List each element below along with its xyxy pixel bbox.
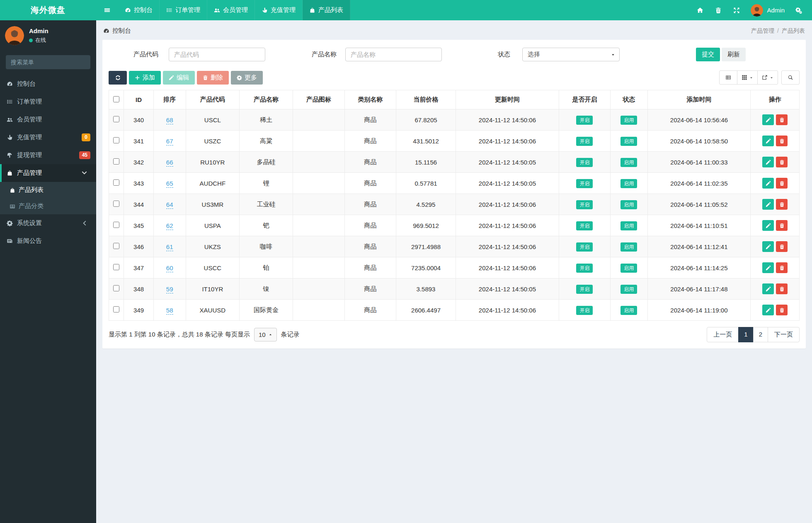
export-button[interactable] bbox=[757, 70, 778, 85]
row-checkbox[interactable] bbox=[113, 137, 119, 143]
sidebar-item-link[interactable]: 新闻公告 bbox=[0, 232, 96, 250]
delete-row-button[interactable] bbox=[776, 262, 788, 273]
cell-category: 商品 bbox=[344, 215, 396, 236]
delete-row-button[interactable] bbox=[776, 220, 788, 231]
name-filter-input[interactable] bbox=[345, 48, 442, 61]
page-size-select[interactable]: 10 bbox=[254, 328, 277, 341]
topnav-item[interactable]: 会员管理 bbox=[207, 0, 255, 20]
settings-nav-button[interactable] bbox=[790, 0, 808, 20]
sidebar-item-link[interactable]: 系统设置 bbox=[0, 214, 96, 232]
open-badge: 开启 bbox=[576, 200, 593, 209]
row-checkbox[interactable] bbox=[113, 201, 119, 207]
edit-row-button[interactable] bbox=[762, 114, 774, 125]
sort-editable-link[interactable]: 61 bbox=[166, 243, 173, 251]
sort-editable-link[interactable]: 60 bbox=[166, 264, 173, 272]
code-filter-input[interactable] bbox=[169, 48, 265, 61]
name-filter-label: 产品名称 bbox=[312, 51, 337, 58]
topnav: 控制台订单管理会员管理充值管理产品列表 bbox=[118, 0, 350, 20]
table-search-button[interactable] bbox=[781, 70, 800, 85]
status-select[interactable]: 选择 bbox=[522, 48, 620, 61]
row-checkbox[interactable] bbox=[113, 158, 119, 165]
sidebar-item-link[interactable]: 会员管理 bbox=[0, 111, 96, 128]
cell-code: AUDCHF bbox=[186, 173, 239, 194]
row-checkbox[interactable] bbox=[113, 116, 119, 122]
sidebar-toggle-button[interactable] bbox=[96, 0, 118, 20]
column-header: 产品名称 bbox=[239, 90, 293, 109]
brand[interactable]: 海外微盘 bbox=[0, 0, 96, 20]
sidebar-item: 新闻公告 bbox=[0, 232, 96, 250]
sort-editable-link[interactable]: 59 bbox=[166, 286, 173, 293]
sort-editable-link[interactable]: 62 bbox=[166, 222, 173, 230]
sidebar-subitem-link[interactable]: 产品分类 bbox=[0, 198, 96, 214]
cell-code: RU10YR bbox=[186, 152, 239, 173]
column-header: 排序 bbox=[153, 90, 186, 109]
sidebar-item-link[interactable]: 控制台 bbox=[0, 75, 96, 93]
next-page-button[interactable]: 下一页 bbox=[768, 327, 800, 342]
columns-button[interactable] bbox=[737, 70, 758, 85]
topnav-item[interactable]: 产品列表 bbox=[303, 0, 350, 20]
row-checkbox[interactable] bbox=[113, 285, 119, 291]
home-nav-button[interactable] bbox=[691, 0, 709, 20]
table-row: 34365AUDCHF锂商品0.577812024-11-12 14:50:05… bbox=[109, 173, 800, 194]
sidebar-item-link[interactable]: 提现管理45 bbox=[0, 146, 96, 164]
breadcrumb-parent[interactable]: 产品管理 bbox=[751, 27, 774, 35]
topnav-item[interactable]: 控制台 bbox=[118, 0, 160, 20]
delete-row-button[interactable] bbox=[776, 178, 788, 189]
edit-row-button[interactable] bbox=[762, 157, 774, 167]
sort-editable-link[interactable]: 67 bbox=[166, 138, 173, 145]
submit-button[interactable]: 提交 bbox=[696, 48, 720, 61]
row-checkbox[interactable] bbox=[113, 222, 119, 228]
refresh-table-button[interactable] bbox=[109, 71, 127, 85]
add-button[interactable]: 添加 bbox=[129, 71, 161, 85]
table-toolbar: 添加 编辑 删除 更多 bbox=[109, 70, 800, 85]
sidebar-item-link[interactable]: 产品管理 bbox=[0, 164, 96, 182]
row-checkbox[interactable] bbox=[113, 264, 119, 270]
edit-row-button[interactable] bbox=[762, 220, 774, 231]
delete-row-button[interactable] bbox=[776, 157, 788, 167]
user-menu[interactable]: Admin bbox=[746, 0, 790, 20]
sort-editable-link[interactable]: 68 bbox=[166, 116, 173, 124]
row-checkbox[interactable] bbox=[113, 179, 119, 186]
prev-page-button[interactable]: 上一页 bbox=[707, 327, 739, 342]
sort-editable-link[interactable]: 66 bbox=[166, 159, 173, 167]
edit-row-button[interactable] bbox=[762, 262, 774, 273]
sort-editable-link[interactable]: 58 bbox=[166, 307, 173, 315]
delete-row-button[interactable] bbox=[776, 136, 788, 146]
edit-row-button[interactable] bbox=[762, 199, 774, 210]
edit-row-button[interactable] bbox=[762, 241, 774, 252]
bag-icon bbox=[309, 7, 315, 13]
row-checkbox[interactable] bbox=[113, 243, 119, 249]
more-button[interactable]: 更多 bbox=[231, 71, 263, 85]
cell-updated: 2024-11-12 14:50:05 bbox=[456, 173, 559, 194]
column-header: 更新时间 bbox=[456, 90, 559, 109]
delete-row-button[interactable] bbox=[776, 305, 788, 315]
edit-row-button[interactable] bbox=[762, 136, 774, 146]
select-all-checkbox[interactable] bbox=[113, 96, 119, 102]
list-view-button[interactable] bbox=[719, 70, 737, 85]
trash-nav-button[interactable] bbox=[709, 0, 727, 20]
refresh-button[interactable]: 刷新 bbox=[722, 48, 746, 61]
topnav-item[interactable]: 充值管理 bbox=[255, 0, 303, 20]
sort-editable-link[interactable]: 64 bbox=[166, 201, 173, 209]
delete-row-button[interactable] bbox=[776, 199, 788, 210]
delete-button[interactable]: 删除 bbox=[197, 71, 229, 85]
edit-row-button[interactable] bbox=[762, 283, 774, 294]
sidebar-item-link[interactable]: 订单管理 bbox=[0, 93, 96, 111]
edit-row-button[interactable] bbox=[762, 178, 774, 189]
cell-id: 346 bbox=[124, 236, 153, 257]
sort-editable-link[interactable]: 65 bbox=[166, 180, 173, 188]
expand-nav-button[interactable] bbox=[727, 0, 746, 20]
row-checkbox[interactable] bbox=[113, 306, 119, 312]
sidebar-item-link[interactable]: 充值管理0 bbox=[0, 128, 96, 146]
page-number-button[interactable]: 1 bbox=[738, 327, 753, 342]
table-row: 34266RU10YR多晶硅商品15.11562024-11-12 14:50:… bbox=[109, 152, 800, 173]
sidebar-subitem-link[interactable]: 产品列表 bbox=[0, 182, 96, 198]
sidebar-search-input[interactable] bbox=[6, 55, 90, 69]
topnav-item[interactable]: 订单管理 bbox=[160, 0, 207, 20]
delete-row-button[interactable] bbox=[776, 283, 788, 294]
edit-row-button[interactable] bbox=[762, 305, 774, 315]
delete-row-button[interactable] bbox=[776, 241, 788, 252]
page-number-button[interactable]: 2 bbox=[753, 327, 768, 342]
delete-row-button[interactable] bbox=[776, 114, 788, 125]
edit-button[interactable]: 编辑 bbox=[163, 71, 195, 85]
